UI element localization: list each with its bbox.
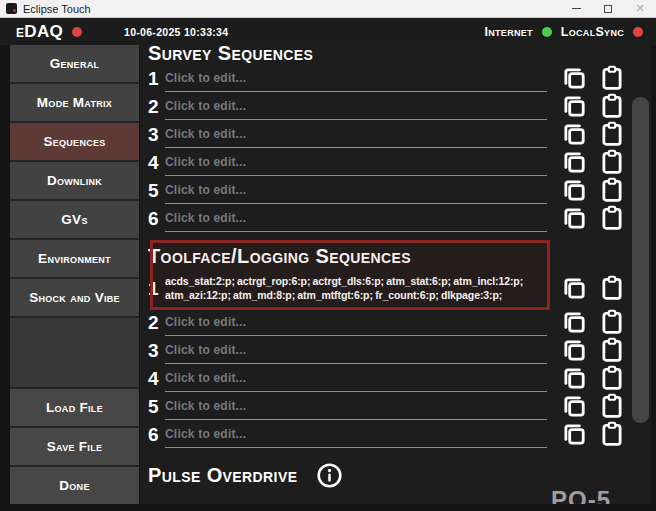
paste-button[interactable] [595, 365, 629, 392]
copy-button[interactable] [557, 393, 591, 420]
paste-icon [599, 65, 625, 91]
maximize-icon [604, 5, 612, 13]
survey-row-2: 2 Click to edit... [148, 92, 651, 120]
sequence-input[interactable]: Click to edit... [165, 120, 547, 148]
sequence-input[interactable]: Click to edit... [165, 204, 547, 232]
paste-button[interactable] [595, 421, 629, 448]
sequence-placeholder: Click to edit... [165, 427, 246, 441]
paste-button[interactable] [595, 177, 629, 204]
copy-icon [561, 393, 587, 419]
copy-button[interactable] [557, 337, 591, 364]
sequence-number: 3 [148, 125, 163, 144]
minimize-icon [572, 8, 581, 9]
sequence-input[interactable]: Click to edit... [165, 420, 547, 448]
copy-button[interactable] [557, 421, 591, 448]
localsync-status-label: LocalSync [561, 25, 624, 39]
copy-button[interactable] [557, 93, 591, 120]
sequence-number: 4 [148, 369, 163, 388]
sequence-number: 5 [148, 397, 163, 416]
connection-statuses: Internet LocalSync [484, 25, 656, 39]
sidebar-item-gvs[interactable]: GVs [10, 201, 139, 238]
sequence-input[interactable]: Click to edit... [165, 392, 547, 420]
close-button[interactable]: ✕ [624, 0, 656, 17]
internet-status-dot [542, 27, 552, 37]
sequence-number: 4 [148, 153, 163, 172]
sidebar-item-downlink[interactable]: Downlink [10, 162, 139, 199]
sequence-input[interactable]: Click to edit... [165, 336, 547, 364]
sequence-input[interactable]: Click to edit... [165, 92, 547, 120]
copy-icon [561, 121, 587, 147]
paste-button[interactable] [595, 149, 629, 176]
sidebar-item-general[interactable]: General [10, 45, 139, 82]
save-file-button[interactable]: Save File [10, 428, 139, 465]
toolface-row-3: 3 Click to edit... [148, 336, 651, 364]
sidebar-item-sequences[interactable]: Sequences [10, 123, 139, 160]
survey-row-3: 3 Click to edit... [148, 120, 651, 148]
main-content: Survey Sequences 1 Click to edit... 2 Cl… [140, 45, 651, 504]
toolface-row-1: 1 acds_stat:2:p; actrgt_rop:6:p; actrgt_… [148, 268, 651, 308]
paste-button[interactable] [595, 337, 629, 364]
survey-sequences-list: 1 Click to edit... 2 Click to edit... 3 … [148, 64, 651, 232]
sequence-placeholder: Click to edit... [165, 211, 246, 225]
paste-button[interactable] [595, 205, 629, 232]
sequence-input[interactable]: Click to edit... [165, 176, 547, 204]
vertical-scrollbar-thumb[interactable] [632, 97, 649, 423]
sidebar-item-mode-matrix[interactable]: Mode Matrix [10, 84, 139, 121]
close-icon: ✕ [635, 3, 644, 14]
paste-button[interactable] [595, 275, 629, 302]
window-controls: ✕ [560, 0, 656, 17]
copy-button[interactable] [557, 149, 591, 176]
brand: eDAQ [0, 22, 120, 42]
app-body: General Mode Matrix Sequences Downlink G… [0, 45, 656, 511]
sidebar: General Mode Matrix Sequences Downlink G… [10, 45, 139, 504]
toolface-sequences-title: Toolface/Logging Sequences [148, 242, 651, 268]
paste-button[interactable] [595, 393, 629, 420]
maximize-button[interactable] [592, 0, 624, 17]
paste-button[interactable] [595, 309, 629, 336]
sequence-placeholder: Click to edit... [165, 71, 246, 85]
sequence-input[interactable]: acds_stat:2:p; actrgt_rop:6:p; actrgt_dl… [165, 274, 543, 302]
info-icon [316, 462, 343, 489]
paste-icon [599, 177, 625, 203]
paste-icon [599, 393, 625, 419]
survey-row-1: 1 Click to edit... [148, 64, 651, 92]
info-button[interactable] [315, 461, 343, 489]
paste-icon [599, 275, 625, 301]
copy-button[interactable] [557, 177, 591, 204]
sequence-input[interactable]: Click to edit... [165, 148, 547, 176]
copy-button[interactable] [557, 365, 591, 392]
paste-icon [599, 121, 625, 147]
minimize-button[interactable] [560, 0, 592, 17]
sequence-input[interactable]: Click to edit... [165, 308, 547, 336]
app-name: eDAQ [16, 22, 63, 42]
sequence-placeholder: Click to edit... [165, 183, 246, 197]
paste-icon [599, 309, 625, 335]
sequence-number: 6 [148, 425, 163, 444]
sidebar-item-shock-and-vibe[interactable]: Shock and Vibe [10, 279, 139, 316]
sequence-input[interactable]: Click to edit... [165, 64, 547, 92]
done-button[interactable]: Done [10, 467, 139, 504]
sequence-placeholder: Click to edit... [165, 371, 246, 385]
paste-button[interactable] [595, 93, 629, 120]
paste-button[interactable] [595, 121, 629, 148]
app-status-dot [72, 27, 82, 37]
pulse-overdrive-section: Pulse Overdrive [148, 461, 651, 489]
paste-icon [599, 149, 625, 175]
timestamp: 10-06-2025 10:33:34 [124, 26, 228, 38]
copy-button[interactable] [557, 275, 591, 302]
sequence-placeholder: Click to edit... [165, 127, 246, 141]
survey-row-4: 4 Click to edit... [148, 148, 651, 176]
paste-button[interactable] [595, 65, 629, 92]
copy-icon [561, 205, 587, 231]
internet-status-label: Internet [484, 25, 532, 39]
load-file-button[interactable]: Load File [10, 389, 139, 426]
paste-icon [599, 205, 625, 231]
toolface-section: Toolface/Logging Sequences 1 acds_stat:2… [148, 242, 651, 448]
sidebar-item-environment[interactable]: Environment [10, 240, 139, 277]
sequence-input[interactable]: Click to edit... [165, 364, 547, 392]
copy-button[interactable] [557, 121, 591, 148]
copy-button[interactable] [557, 309, 591, 336]
copy-button[interactable] [557, 205, 591, 232]
copy-button[interactable] [557, 65, 591, 92]
pulse-overdrive-title: Pulse Overdrive [148, 462, 297, 488]
